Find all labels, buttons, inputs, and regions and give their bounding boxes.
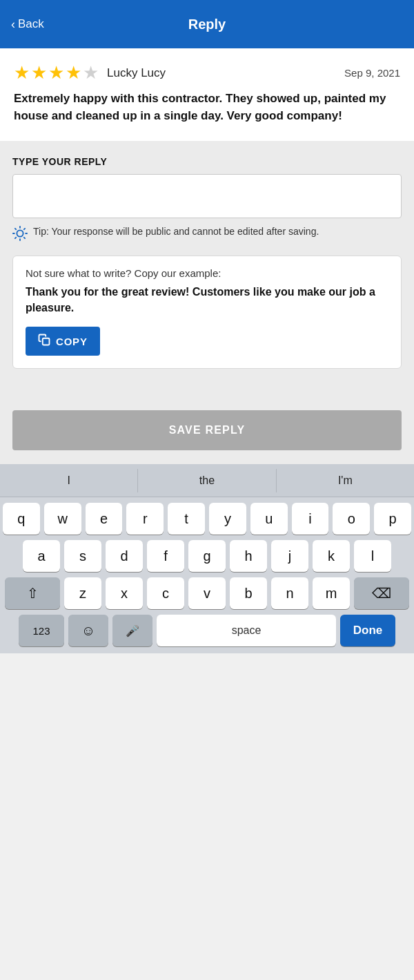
header: ‹ Back Reply	[0, 0, 414, 48]
save-reply-button[interactable]: SAVE REPLY	[12, 410, 402, 450]
key-q[interactable]: q	[3, 503, 40, 535]
reply-label: TYPE YOUR REPLY	[12, 156, 402, 167]
key-e[interactable]: e	[86, 503, 123, 535]
tip-icon	[12, 226, 28, 244]
keyboard-row-2: a s d f g h j k l	[3, 540, 411, 572]
shift-icon: ⇧	[27, 585, 39, 602]
key-l[interactable]: l	[354, 540, 391, 572]
key-n[interactable]: n	[271, 577, 308, 609]
review-section: ★ ★ ★ ★ ★ Lucky Lucy Sep 9, 2021 Extreme…	[0, 48, 414, 141]
copy-icon	[38, 334, 50, 349]
backspace-key[interactable]: ⌫	[354, 577, 409, 609]
key-j[interactable]: j	[271, 540, 308, 572]
key-t[interactable]: t	[168, 503, 205, 535]
key-x[interactable]: x	[106, 577, 143, 609]
star-rating: ★ ★ ★ ★ ★	[14, 62, 99, 84]
review-date: Sep 9, 2021	[344, 67, 400, 79]
page-title: Reply	[188, 17, 226, 32]
key-i[interactable]: i	[292, 503, 329, 535]
emoji-key[interactable]: ☺	[68, 615, 108, 646]
key-k[interactable]: k	[313, 540, 350, 572]
done-key[interactable]: Done	[340, 615, 395, 646]
mic-icon: 🎤	[126, 624, 139, 637]
chevron-left-icon: ‹	[11, 17, 15, 32]
save-reply-label: SAVE REPLY	[169, 424, 246, 436]
backspace-icon: ⌫	[372, 585, 391, 602]
key-f[interactable]: f	[147, 540, 184, 572]
star-5: ★	[83, 62, 99, 84]
autocomplete-i[interactable]: I	[0, 469, 138, 492]
emoji-icon: ☺	[81, 623, 95, 639]
copy-button[interactable]: COPY	[26, 327, 100, 356]
key-v[interactable]: v	[188, 577, 226, 609]
reply-input[interactable]	[12, 174, 402, 218]
svg-line-8	[24, 229, 25, 229]
star-3: ★	[48, 62, 64, 84]
key-r[interactable]: r	[126, 503, 164, 535]
reply-section: TYPE YOUR REPLY Tip: Your response will …	[0, 141, 414, 369]
svg-line-3	[15, 229, 16, 229]
space-key[interactable]: space	[157, 615, 336, 646]
tip-row: Tip: Your response will be public and ca…	[12, 225, 402, 244]
key-a[interactable]: a	[23, 540, 60, 572]
autocomplete-im[interactable]: I'm	[277, 469, 414, 492]
numbers-key[interactable]: 123	[19, 615, 64, 646]
key-d[interactable]: d	[106, 540, 143, 572]
key-u[interactable]: u	[250, 503, 288, 535]
tip-text: Tip: Your response will be public and ca…	[33, 225, 319, 239]
key-w[interactable]: w	[44, 503, 81, 535]
keyboard-row-3: ⇧ z x c v b n m ⌫	[3, 577, 411, 609]
save-reply-wrapper: SAVE REPLY	[0, 410, 414, 464]
key-o[interactable]: o	[333, 503, 370, 535]
key-z[interactable]: z	[64, 577, 101, 609]
spacer	[0, 369, 414, 410]
shift-key[interactable]: ⇧	[5, 577, 60, 609]
keyboard-bottom-row: 123 ☺ 🎤 space Done	[3, 615, 411, 646]
key-c[interactable]: c	[147, 577, 184, 609]
key-s[interactable]: s	[64, 540, 101, 572]
star-4: ★	[66, 62, 81, 84]
star-2: ★	[31, 62, 47, 84]
autocomplete-bar: I the I'm	[0, 464, 414, 497]
example-card: Not sure what to write? Copy our example…	[12, 256, 402, 369]
back-label: Back	[18, 17, 44, 31]
svg-line-7	[15, 238, 16, 238]
review-meta: ★ ★ ★ ★ ★ Lucky Lucy Sep 9, 2021	[14, 62, 400, 84]
key-b[interactable]: b	[230, 577, 267, 609]
star-1: ★	[14, 62, 30, 84]
autocomplete-the[interactable]: the	[138, 469, 276, 492]
review-text: Extremely happy with this contractor. Th…	[14, 90, 400, 124]
key-m[interactable]: m	[313, 577, 350, 609]
mic-key[interactable]: 🎤	[112, 615, 152, 646]
reviewer-name: Lucky Lucy	[107, 66, 166, 80]
back-button[interactable]: ‹ Back	[11, 17, 44, 32]
copy-button-label: COPY	[56, 336, 88, 347]
keyboard-row-1: q w e r t y u i o p	[3, 503, 411, 535]
example-text: Thank you for the great review! Customer…	[26, 285, 388, 316]
svg-line-4	[24, 238, 25, 238]
svg-point-0	[17, 231, 23, 237]
example-prompt: Not sure what to write? Copy our example…	[26, 267, 388, 279]
key-g[interactable]: g	[188, 540, 226, 572]
svg-rect-9	[43, 338, 50, 345]
keyboard: I the I'm q w e r t y u i o p a s d f g …	[0, 464, 414, 653]
key-p[interactable]: p	[374, 503, 411, 535]
key-h[interactable]: h	[230, 540, 267, 572]
keyboard-rows: q w e r t y u i o p a s d f g h j k l ⇧	[0, 497, 414, 653]
key-y[interactable]: y	[209, 503, 246, 535]
